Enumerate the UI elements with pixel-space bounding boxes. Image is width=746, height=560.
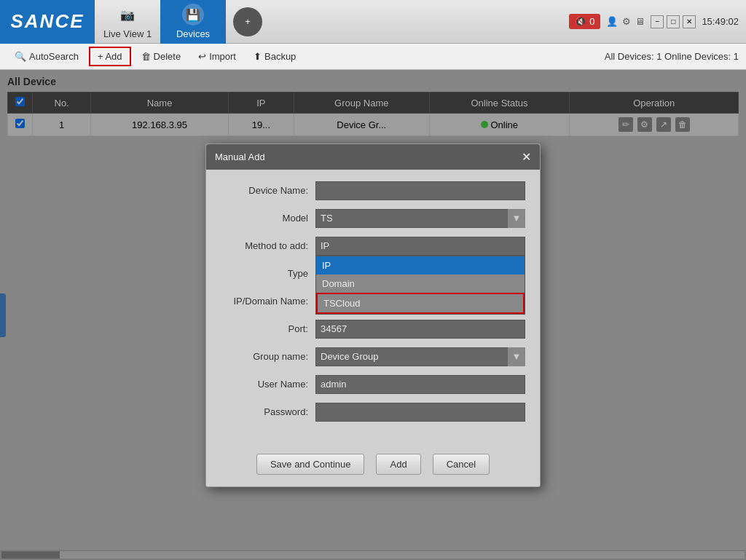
delete-icon: 🗑 [141, 51, 151, 62]
password-row: Password: [221, 403, 525, 422]
nav-live-view[interactable]: 📷 Live View 1 [95, 0, 160, 44]
delete-button[interactable]: 🗑 Delete [134, 48, 189, 65]
method-dropdown-input[interactable]: IP [315, 237, 525, 256]
mute-count: 0 [589, 16, 594, 27]
import-label: Import [209, 51, 236, 62]
close-button[interactable]: ✕ [683, 15, 696, 28]
modal-close-button[interactable]: ✕ [522, 150, 531, 164]
device-name-input[interactable] [315, 181, 525, 200]
autosearch-label: AutoSearch [29, 51, 79, 62]
save-continue-button[interactable]: Save and Continue [256, 454, 365, 475]
password-input[interactable] [315, 403, 525, 422]
minimize-button[interactable]: − [651, 15, 664, 28]
group-label: Group name: [221, 351, 315, 362]
maximize-button[interactable]: □ [667, 15, 680, 28]
backup-label: Backup [264, 51, 296, 62]
group-select[interactable]: Device Group [315, 347, 525, 366]
modal-body: Device Name: Model TS ▼ Method to add: [206, 170, 540, 442]
window-controls: − □ ✕ [651, 15, 696, 28]
nav-add-button[interactable]: + [233, 7, 262, 36]
modal-title: Manual Add [215, 151, 265, 162]
add-icon: + [245, 16, 251, 27]
content-area: All Device No. Name IP Group Name Online… [0, 70, 746, 560]
device-name-row: Device Name: [221, 181, 525, 200]
model-label: Model [221, 213, 315, 224]
group-row: Group name: Device Group ▼ [221, 347, 525, 366]
user-icon: 👤 [606, 16, 618, 27]
gear-icon: ⚙ [622, 16, 631, 27]
modal-header: Manual Add ✕ [206, 144, 540, 170]
device-status-text: All Devices: 1 Online Devices: 1 [605, 51, 739, 62]
model-row: Model TS ▼ [221, 209, 525, 228]
nav-devices[interactable]: 💾 Devices [160, 0, 226, 44]
backup-button[interactable]: ⬆ Backup [246, 48, 303, 65]
add-button[interactable]: + Add [89, 47, 131, 66]
backup-icon: ⬆ [254, 51, 262, 62]
port-row: Port: [221, 320, 525, 339]
logo: SANCE [0, 0, 95, 44]
title-bar: SANCE 📷 Live View 1 💾 Devices + 🔇 0 👤 ⚙ … [0, 0, 746, 44]
import-button[interactable]: ↩ Import [191, 48, 243, 65]
method-row: Method to add: IP IP Domain TSCloud [221, 237, 525, 256]
method-dropdown-list: IP Domain TSCloud [315, 256, 525, 315]
username-input[interactable] [315, 375, 525, 394]
import-icon: ↩ [198, 51, 206, 62]
dropdown-item-domain[interactable]: Domain [316, 275, 525, 293]
modal-overlay: Manual Add ✕ Device Name: Model TS ▼ [0, 70, 746, 560]
monitor-icon: 🖥 [635, 16, 645, 27]
autosearch-button[interactable]: 🔍 AutoSearch [7, 48, 86, 65]
device-name-label: Device Name: [221, 185, 315, 196]
cancel-button[interactable]: Cancel [433, 454, 490, 475]
method-value: IP [321, 240, 329, 251]
devices-icon: 💾 [182, 4, 204, 25]
model-select-wrap: TS ▼ [315, 209, 525, 228]
title-bar-left: SANCE 📷 Live View 1 💾 Devices + [0, 0, 262, 43]
delete-label: Delete [154, 51, 181, 62]
port-label: Port: [221, 323, 315, 334]
modal-footer: Save and Continue Add Cancel [206, 442, 540, 486]
group-select-wrap: Device Group ▼ [315, 347, 525, 366]
toolbar: 🔍 AutoSearch + Add 🗑 Delete ↩ Import ⬆ B… [0, 44, 746, 70]
method-label: Method to add: [221, 240, 315, 251]
manual-add-modal: Manual Add ✕ Device Name: Model TS ▼ [205, 143, 541, 487]
title-bar-right: 🔇 0 👤 ⚙ 🖥 − □ ✕ 15:49:02 [569, 14, 746, 29]
dropdown-item-ip[interactable]: IP [316, 256, 525, 275]
search-icon: 🔍 [15, 51, 26, 62]
title-bar-icons: 👤 ⚙ 🖥 [606, 16, 645, 27]
nav-live-view-label: Live View 1 [103, 28, 152, 39]
live-view-icon: 📷 [117, 4, 138, 25]
type-label: Type [221, 268, 315, 279]
add-modal-button[interactable]: Add [376, 454, 420, 475]
add-label: + Add [98, 51, 122, 62]
time-display: 15:49:02 [702, 16, 739, 27]
model-select[interactable]: TS [315, 209, 525, 228]
mute-icon: 🔇 [575, 16, 586, 27]
mute-button[interactable]: 🔇 0 [569, 14, 600, 29]
username-row: User Name: [221, 375, 525, 394]
logo-text: SANCE [10, 10, 84, 33]
password-label: Password: [221, 406, 315, 417]
nav-devices-label: Devices [176, 28, 210, 39]
port-input[interactable] [315, 320, 525, 339]
dropdown-item-tscloud[interactable]: TSCloud [316, 293, 525, 314]
ip-domain-label: IP/Domain Name: [221, 296, 315, 307]
username-label: User Name: [221, 379, 315, 390]
method-dropdown: IP IP Domain TSCloud [315, 237, 525, 256]
